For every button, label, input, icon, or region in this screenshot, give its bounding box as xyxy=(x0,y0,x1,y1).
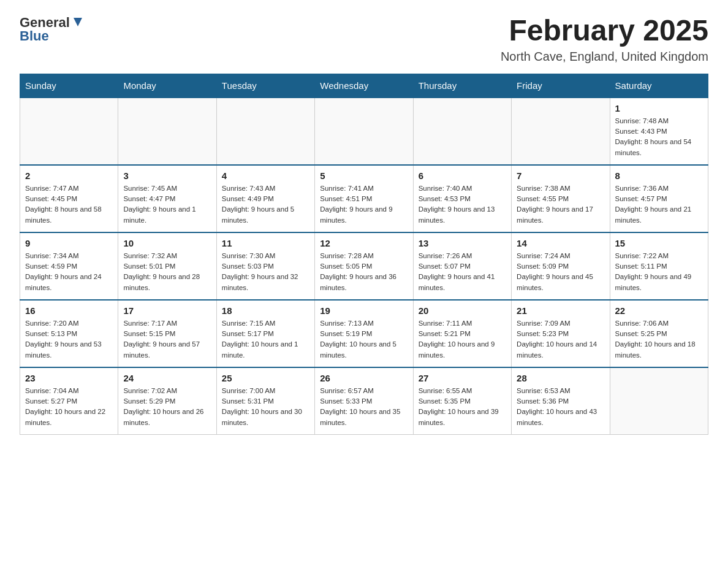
day-number: 22 xyxy=(615,305,703,316)
day-info: Sunrise: 7:13 AMSunset: 5:19 PMDaylight:… xyxy=(320,318,408,361)
day-info: Sunrise: 7:15 AMSunset: 5:17 PMDaylight:… xyxy=(222,318,309,361)
day-info: Sunrise: 7:20 AMSunset: 5:13 PMDaylight:… xyxy=(25,318,113,361)
calendar-cell: 2Sunrise: 7:47 AMSunset: 4:45 PMDaylight… xyxy=(20,165,118,232)
day-number: 26 xyxy=(320,373,408,383)
calendar-cell xyxy=(512,98,610,165)
day-number: 13 xyxy=(419,238,506,248)
weekday-header-thursday: Thursday xyxy=(413,74,511,98)
calendar-cell xyxy=(413,98,511,165)
calendar-cell: 22Sunrise: 7:06 AMSunset: 5:25 PMDayligh… xyxy=(610,300,708,367)
day-number: 15 xyxy=(615,238,703,248)
calendar-cell: 13Sunrise: 7:26 AMSunset: 5:07 PMDayligh… xyxy=(413,232,511,300)
calendar-cell: 16Sunrise: 7:20 AMSunset: 5:13 PMDayligh… xyxy=(20,300,118,367)
day-number: 2 xyxy=(25,170,113,181)
day-number: 5 xyxy=(320,170,408,181)
calendar-week-row: 2Sunrise: 7:47 AMSunset: 4:45 PMDaylight… xyxy=(20,165,708,232)
day-number: 10 xyxy=(123,238,211,248)
calendar-cell: 20Sunrise: 7:11 AMSunset: 5:21 PMDayligh… xyxy=(413,300,511,367)
day-number: 20 xyxy=(419,305,506,316)
day-info: Sunrise: 6:57 AMSunset: 5:33 PMDaylight:… xyxy=(320,386,408,428)
calendar-cell: 11Sunrise: 7:30 AMSunset: 5:03 PMDayligh… xyxy=(216,232,314,300)
day-info: Sunrise: 7:38 AMSunset: 4:55 PMDaylight:… xyxy=(517,183,604,226)
day-number: 14 xyxy=(517,238,604,248)
calendar-cell xyxy=(315,98,413,165)
weekday-header-saturday: Saturday xyxy=(610,74,708,98)
calendar-week-row: 23Sunrise: 7:04 AMSunset: 5:27 PMDayligh… xyxy=(20,367,708,435)
weekday-header-monday: Monday xyxy=(118,74,216,98)
day-info: Sunrise: 7:06 AMSunset: 5:25 PMDaylight:… xyxy=(615,318,703,361)
logo-triangle-icon xyxy=(71,15,85,29)
day-number: 11 xyxy=(222,238,309,248)
day-info: Sunrise: 7:47 AMSunset: 4:45 PMDaylight:… xyxy=(25,183,113,226)
calendar-cell: 25Sunrise: 7:00 AMSunset: 5:31 PMDayligh… xyxy=(216,367,314,435)
day-number: 27 xyxy=(419,373,506,383)
calendar-cell xyxy=(216,98,314,165)
day-info: Sunrise: 7:45 AMSunset: 4:47 PMDaylight:… xyxy=(123,183,211,226)
calendar-cell: 6Sunrise: 7:40 AMSunset: 4:53 PMDaylight… xyxy=(413,165,511,232)
calendar-cell: 27Sunrise: 6:55 AMSunset: 5:35 PMDayligh… xyxy=(413,367,511,435)
logo: General Blue xyxy=(20,15,85,44)
day-info: Sunrise: 7:43 AMSunset: 4:49 PMDaylight:… xyxy=(222,183,309,226)
calendar-cell: 9Sunrise: 7:34 AMSunset: 4:59 PMDaylight… xyxy=(20,232,118,300)
calendar-cell xyxy=(20,98,118,165)
day-info: Sunrise: 7:00 AMSunset: 5:31 PMDaylight:… xyxy=(222,386,309,428)
day-number: 24 xyxy=(123,373,211,383)
day-info: Sunrise: 7:04 AMSunset: 5:27 PMDaylight:… xyxy=(25,386,113,428)
calendar-cell: 17Sunrise: 7:17 AMSunset: 5:15 PMDayligh… xyxy=(118,300,216,367)
weekday-header-tuesday: Tuesday xyxy=(216,74,314,98)
weekday-header-wednesday: Wednesday xyxy=(315,74,413,98)
calendar-week-row: 9Sunrise: 7:34 AMSunset: 4:59 PMDaylight… xyxy=(20,232,708,300)
day-info: Sunrise: 7:28 AMSunset: 5:05 PMDaylight:… xyxy=(320,251,408,293)
day-info: Sunrise: 7:17 AMSunset: 5:15 PMDaylight:… xyxy=(123,318,211,361)
calendar-cell: 19Sunrise: 7:13 AMSunset: 5:19 PMDayligh… xyxy=(315,300,413,367)
day-number: 6 xyxy=(419,170,506,181)
day-number: 7 xyxy=(517,170,604,181)
day-number: 21 xyxy=(517,305,604,316)
day-info: Sunrise: 7:40 AMSunset: 4:53 PMDaylight:… xyxy=(419,183,506,226)
day-number: 17 xyxy=(123,305,211,316)
calendar-cell: 23Sunrise: 7:04 AMSunset: 5:27 PMDayligh… xyxy=(20,367,118,435)
day-number: 1 xyxy=(615,103,703,113)
day-info: Sunrise: 7:09 AMSunset: 5:23 PMDaylight:… xyxy=(517,318,604,361)
calendar-header-row: SundayMondayTuesdayWednesdayThursdayFrid… xyxy=(20,74,708,98)
svg-marker-0 xyxy=(74,18,82,26)
calendar-cell: 12Sunrise: 7:28 AMSunset: 5:05 PMDayligh… xyxy=(315,232,413,300)
day-info: Sunrise: 6:55 AMSunset: 5:35 PMDaylight:… xyxy=(419,386,506,428)
day-info: Sunrise: 7:22 AMSunset: 5:11 PMDaylight:… xyxy=(615,251,703,293)
calendar-cell: 1Sunrise: 7:48 AMSunset: 4:43 PMDaylight… xyxy=(610,98,708,165)
title-section: February 2025 North Cave, England, Unite… xyxy=(501,15,708,64)
day-info: Sunrise: 7:32 AMSunset: 5:01 PMDaylight:… xyxy=(123,251,211,293)
day-info: Sunrise: 6:53 AMSunset: 5:36 PMDaylight:… xyxy=(517,386,604,428)
day-number: 9 xyxy=(25,238,113,248)
day-info: Sunrise: 7:11 AMSunset: 5:21 PMDaylight:… xyxy=(419,318,506,361)
page-header: General Blue February 2025 North Cave, E… xyxy=(20,15,708,64)
calendar-cell: 26Sunrise: 6:57 AMSunset: 5:33 PMDayligh… xyxy=(315,367,413,435)
calendar-cell: 18Sunrise: 7:15 AMSunset: 5:17 PMDayligh… xyxy=(216,300,314,367)
calendar-cell xyxy=(118,98,216,165)
month-title: February 2025 xyxy=(501,15,708,47)
day-info: Sunrise: 7:26 AMSunset: 5:07 PMDaylight:… xyxy=(419,251,506,293)
calendar-cell: 21Sunrise: 7:09 AMSunset: 5:23 PMDayligh… xyxy=(512,300,610,367)
day-info: Sunrise: 7:02 AMSunset: 5:29 PMDaylight:… xyxy=(123,386,211,428)
day-number: 3 xyxy=(123,170,211,181)
day-info: Sunrise: 7:30 AMSunset: 5:03 PMDaylight:… xyxy=(222,251,309,293)
day-number: 28 xyxy=(517,373,604,383)
day-number: 18 xyxy=(222,305,309,316)
calendar-cell: 15Sunrise: 7:22 AMSunset: 5:11 PMDayligh… xyxy=(610,232,708,300)
day-info: Sunrise: 7:34 AMSunset: 4:59 PMDaylight:… xyxy=(25,251,113,293)
calendar-cell xyxy=(610,367,708,435)
day-info: Sunrise: 7:41 AMSunset: 4:51 PMDaylight:… xyxy=(320,183,408,226)
calendar-cell: 10Sunrise: 7:32 AMSunset: 5:01 PMDayligh… xyxy=(118,232,216,300)
day-number: 23 xyxy=(25,373,113,383)
calendar-week-row: 1Sunrise: 7:48 AMSunset: 4:43 PMDaylight… xyxy=(20,98,708,165)
weekday-header-friday: Friday xyxy=(512,74,610,98)
logo-blue-text: Blue xyxy=(20,28,49,44)
day-info: Sunrise: 7:24 AMSunset: 5:09 PMDaylight:… xyxy=(517,251,604,293)
calendar-cell: 28Sunrise: 6:53 AMSunset: 5:36 PMDayligh… xyxy=(512,367,610,435)
calendar-cell: 14Sunrise: 7:24 AMSunset: 5:09 PMDayligh… xyxy=(512,232,610,300)
calendar-table: SundayMondayTuesdayWednesdayThursdayFrid… xyxy=(20,74,708,435)
calendar-cell: 3Sunrise: 7:45 AMSunset: 4:47 PMDaylight… xyxy=(118,165,216,232)
calendar-cell: 4Sunrise: 7:43 AMSunset: 4:49 PMDaylight… xyxy=(216,165,314,232)
location-title: North Cave, England, United Kingdom xyxy=(501,50,708,64)
day-number: 25 xyxy=(222,373,309,383)
